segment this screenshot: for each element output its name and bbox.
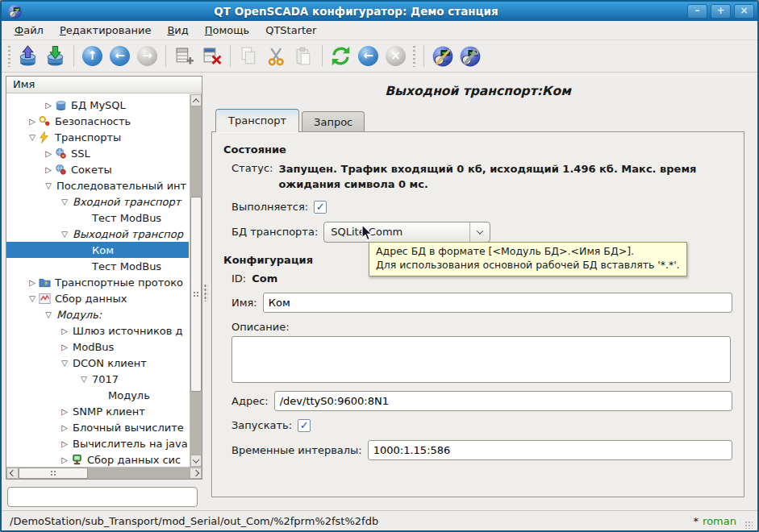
tree-item-snmp-client[interactable]: ▷SNMP клиент	[6, 403, 189, 419]
tree-item-ssl[interactable]: ▷SSL	[6, 145, 189, 161]
description-textarea[interactable]	[231, 336, 731, 383]
qtstarter-demo-icon	[432, 45, 454, 68]
tree-item-data-acquisition[interactable]: ▽Сбор данных	[6, 290, 189, 306]
tree-item-db-mysql[interactable]: ▷БД MySQL	[6, 97, 189, 113]
tree-item-block-calculator[interactable]: ▷Блочный вычислите	[6, 419, 189, 435]
tree-column-header[interactable]: Имя	[6, 77, 202, 94]
security-icon	[39, 115, 53, 127]
transport-db-row: БД транспорта: SQLite.Comm	[231, 222, 732, 243]
paste-icon	[294, 46, 314, 66]
paste-button[interactable]	[290, 43, 317, 69]
tree-item-security[interactable]: ▷Безопасность	[6, 113, 189, 129]
scroll-thumb[interactable]	[19, 468, 88, 479]
minimize-button[interactable]: –	[687, 4, 707, 19]
tree-item-system-da[interactable]: ▷Сбор данных сис	[6, 451, 189, 468]
tab-transport[interactable]: Транспорт	[215, 109, 299, 132]
status-label: Статус:	[231, 162, 273, 174]
navigation-panel: Имя ▷БД MySQL ▷Безопасность ▽Транспорты …	[4, 74, 202, 510]
menu-view[interactable]: Вид	[161, 23, 194, 38]
tree-item-input-transport[interactable]: ▽Входной транспорт	[6, 193, 189, 210]
transport-db-label: БД транспорта:	[231, 226, 318, 238]
name-input[interactable]	[263, 293, 732, 313]
timings-input[interactable]	[368, 440, 732, 460]
copy-button[interactable]	[236, 43, 262, 69]
start-checkbox[interactable]: ✓	[298, 419, 311, 432]
tree-item-test-modbus-in[interactable]: Тест ModBus	[6, 210, 189, 226]
address-input[interactable]	[274, 391, 732, 411]
qtstarter-toolbar-grip[interactable]	[413, 46, 415, 67]
scroll-right-button[interactable]	[190, 468, 202, 479]
running-checkbox[interactable]: ✓	[314, 201, 327, 214]
chart-icon	[39, 293, 53, 305]
tree-items: ▷БД MySQL ▷Безопасность ▽Транспорты ▷SSL…	[6, 94, 202, 479]
menubar: Файл Редактирование Вид Помощь QTStarter	[2, 21, 757, 40]
up-icon: ↑	[82, 46, 102, 66]
maximize-button[interactable]: +	[711, 4, 731, 19]
load-from-db-button[interactable]	[15, 43, 41, 69]
qtstarter-demo-button[interactable]	[429, 43, 456, 69]
tree-item-test-modbus-out[interactable]: Тест ModBus	[6, 258, 189, 274]
qtstarter-config-icon	[459, 45, 482, 68]
menu-qtstarter[interactable]: QTStarter	[259, 23, 323, 38]
tree-item-module[interactable]: Модуль	[6, 387, 189, 403]
folder-icon	[39, 276, 53, 289]
refresh-button[interactable]	[327, 43, 354, 69]
start-icon: ←	[358, 46, 378, 66]
window-title: QT OpenSCADA конфигуратор: Демо станция	[25, 5, 687, 18]
up-button[interactable]: ↑	[79, 43, 106, 69]
tree-item-transports[interactable]: ▽Транспорты	[6, 129, 189, 145]
menu-help[interactable]: Помощь	[198, 23, 256, 38]
add-item-button[interactable]	[171, 43, 198, 69]
qtstarter-config-button[interactable]	[457, 43, 483, 69]
tree-item-transport-protocols[interactable]: ▷Транспортные протоко	[6, 274, 189, 290]
db-address-tooltip: Адрес БД в формате [<Модуль БД>.<Имя БД>…	[369, 242, 687, 276]
scroll-left-button[interactable]	[6, 468, 19, 479]
database-icon	[55, 99, 69, 111]
tree-item-dcon-client[interactable]: ▽DCON клиент	[6, 355, 189, 371]
titlebar[interactable]: QT OpenSCADA конфигуратор: Демо станция …	[2, 2, 757, 21]
scroll-thumb[interactable]	[190, 197, 202, 392]
back-button[interactable]: ←	[106, 43, 133, 69]
tree-item-sockets[interactable]: ▷Сокеты	[6, 161, 189, 177]
close-button[interactable]: ×	[734, 4, 754, 19]
timings-label: Временные интервалы:	[231, 444, 362, 456]
lightning-icon	[39, 131, 53, 143]
tree-item-java-calculator[interactable]: ▷Вычислитель на java	[6, 435, 189, 451]
cut-button[interactable]	[263, 43, 290, 69]
tree-view: Имя ▷БД MySQL ▷Безопасность ▽Транспорты …	[6, 76, 202, 480]
tree-filter-input[interactable]	[7, 487, 198, 507]
scroll-up-button[interactable]	[190, 94, 202, 106]
copy-icon	[239, 46, 259, 66]
tree-item-output-transport[interactable]: ▽Выходной транспор	[6, 226, 189, 242]
app-window: QT OpenSCADA конфигуратор: Демо станция …	[0, 0, 759, 532]
forward-button[interactable]: →	[134, 43, 161, 69]
tree-horizontal-scrollbar[interactable]	[6, 467, 202, 479]
tooltip-line1: Адрес БД в формате [<Модуль БД>.<Имя БД>…	[376, 245, 680, 259]
tab-content: Состояние Статус: Запущен. Трафик входящ…	[211, 131, 744, 497]
stop-button[interactable]: ×	[382, 43, 409, 69]
tree-item-module-group[interactable]: ▽Модуль:	[6, 306, 189, 322]
menu-edit[interactable]: Редактирование	[53, 23, 157, 38]
resize-grip[interactable]	[744, 521, 753, 529]
id-label: ID:	[231, 272, 246, 285]
tree-item-serial-interface[interactable]: ▽Последовательный инт	[6, 177, 189, 193]
panel-splitter[interactable]	[202, 74, 208, 510]
menu-file[interactable]: Файл	[8, 23, 50, 38]
tab-bar: Транспорт Запрос	[211, 108, 744, 131]
running-label: Выполняется:	[231, 201, 308, 213]
tree-item-gateway[interactable]: ▷Шлюз источников д	[6, 322, 189, 339]
scroll-down-button[interactable]	[190, 455, 202, 467]
save-to-db-button[interactable]	[42, 43, 69, 69]
start-button[interactable]: ←	[355, 43, 382, 69]
delete-item-button[interactable]	[198, 43, 225, 69]
start-row: Запускать: ✓	[231, 419, 732, 432]
tree-item-7017[interactable]: ▽7017	[6, 371, 189, 387]
tree-item-com-selected[interactable]: Ком	[6, 242, 189, 258]
tree-vertical-scrollbar[interactable]	[190, 94, 202, 467]
system-icon	[71, 454, 85, 466]
tree-item-modbus[interactable]: ▷ModBus	[6, 339, 189, 355]
toolbar-grip[interactable]	[8, 46, 10, 67]
name-label: Имя:	[231, 297, 257, 309]
transport-db-select[interactable]: SQLite.Comm	[323, 222, 490, 243]
mouse-cursor	[361, 224, 373, 244]
